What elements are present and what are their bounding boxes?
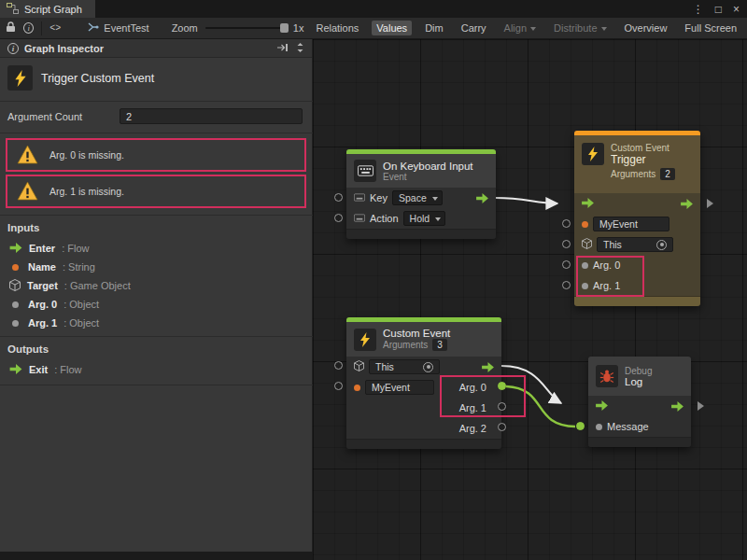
- full-screen-button[interactable]: Full Screen: [680, 21, 741, 35]
- tab-script-graph[interactable]: Script Graph: [0, 0, 95, 18]
- flow-in-arrow[interactable]: [596, 400, 608, 413]
- port-row-event-name: MyEvent: [574, 214, 700, 234]
- output-port-arg1[interactable]: [498, 402, 506, 411]
- node-title: Trigger: [611, 153, 675, 166]
- graph-asset-chip[interactable]: EventTest: [87, 21, 148, 35]
- port-label-key: Key: [370, 192, 388, 203]
- code-view-icon[interactable]: <>: [49, 23, 61, 34]
- lock-icon[interactable]: [6, 21, 16, 35]
- script-graph-icon: [7, 3, 19, 16]
- port-row-message: Message: [588, 416, 691, 437]
- warning-arg1-missing: Arg. 1 is missing.: [6, 175, 306, 208]
- divider: [0, 385, 313, 385]
- port-row-arg1: Arg. 1: [574, 275, 700, 296]
- argument-count-value: 2: [126, 111, 132, 122]
- flow-in-arrow[interactable]: [582, 198, 594, 210]
- divider: [0, 215, 313, 216]
- flow-out-arrow[interactable]: [482, 362, 494, 372]
- port-row-target: This: [574, 234, 700, 255]
- node-custom-event[interactable]: Custom Event Arguments3 This MyEvent Arg…: [346, 317, 501, 449]
- output-port-arg0[interactable]: [498, 382, 506, 390]
- port-label-arg2: Arg. 2: [459, 423, 486, 434]
- port-label-arg1: Arg. 1: [593, 280, 620, 291]
- input-row-arg0: Arg. 0 : Object: [9, 295, 303, 314]
- panel-scroll-arrows-icon[interactable]: [296, 42, 304, 55]
- object-port-icon: [12, 320, 19, 327]
- divider: [0, 133, 313, 133]
- node-header: Custom Event Trigger Arguments2: [574, 135, 700, 193]
- node-trigger-custom-event[interactable]: Custom Event Trigger Arguments2 MyEvent …: [574, 131, 700, 306]
- arguments-count-badge: 2: [660, 168, 675, 180]
- carry-button[interactable]: Carry: [457, 21, 491, 35]
- zoom-slider-knob[interactable]: [280, 23, 289, 33]
- node-header: Custom Event Arguments3: [346, 322, 501, 357]
- target-selector[interactable]: This: [597, 237, 673, 252]
- event-name-field[interactable]: MyEvent: [593, 217, 669, 231]
- target-picker-icon[interactable]: [656, 240, 667, 250]
- input-port[interactable]: [334, 382, 343, 390]
- node-title: Custom Event: [383, 328, 450, 339]
- graph-inspector-panel: i Graph Inspector Trigger Custom Event A…: [0, 39, 313, 552]
- input-port[interactable]: [334, 361, 343, 370]
- key-dropdown[interactable]: Space: [392, 190, 443, 205]
- node-debug-log[interactable]: Debug Log Message: [588, 357, 691, 447]
- graph-asset-name: EventTest: [104, 22, 148, 34]
- object-port-icon: [582, 262, 588, 269]
- input-port[interactable]: [562, 260, 571, 269]
- wire-customevent-to-debuglog: [501, 366, 561, 403]
- port-row-arg2: Arg. 2: [346, 418, 501, 439]
- zoom-slider[interactable]: [205, 27, 286, 29]
- align-dropdown[interactable]: Align: [500, 21, 541, 35]
- flow-out-arrow[interactable]: [681, 199, 693, 209]
- node-category: Custom Event: [611, 143, 675, 153]
- input-row-name: Name : String: [9, 258, 303, 276]
- flow-out-arrow[interactable]: [476, 193, 488, 203]
- distribute-dropdown[interactable]: Distribute: [549, 21, 611, 35]
- target-selector[interactable]: This: [369, 359, 440, 374]
- maximize-icon[interactable]: □: [715, 3, 722, 16]
- event-name-field[interactable]: MyEvent: [365, 380, 434, 395]
- tab-label: Script Graph: [24, 4, 82, 15]
- output-port-arg2[interactable]: [498, 423, 506, 431]
- argument-count-field[interactable]: 2: [120, 108, 303, 124]
- relations-button[interactable]: Relations: [311, 21, 363, 35]
- values-button[interactable]: Values: [372, 21, 412, 35]
- port-row-key: Key Space: [346, 188, 496, 208]
- input-port[interactable]: [562, 219, 571, 228]
- input-port[interactable]: [334, 193, 343, 202]
- action-dropdown[interactable]: Hold: [403, 211, 446, 226]
- divider: [0, 336, 313, 337]
- input-port[interactable]: [562, 281, 571, 289]
- flow-out-arrow[interactable]: [671, 401, 684, 412]
- caret-down-icon: [601, 27, 607, 31]
- graph-toolbar: i <> EventTest Zoom 1x Relations Values …: [0, 18, 747, 39]
- kebab-menu-icon[interactable]: ⋮: [693, 3, 704, 16]
- argument-count-label: Argument Count: [7, 111, 82, 122]
- input-port[interactable]: [334, 214, 343, 222]
- window-controls: ⋮ □ ×: [693, 0, 747, 18]
- dim-button[interactable]: Dim: [420, 21, 448, 35]
- node-footer: [574, 296, 700, 306]
- graph-asset-icon: [87, 21, 99, 35]
- close-icon[interactable]: ×: [733, 3, 740, 16]
- input-port[interactable]: [562, 240, 571, 248]
- node-subtitle: Event: [383, 172, 473, 182]
- flow-row: [574, 193, 700, 214]
- overview-button[interactable]: Overview: [620, 21, 672, 35]
- info-icon: i: [7, 43, 19, 54]
- graph-canvas[interactable]: On Keyboard Input Event Key Space Action…: [313, 39, 747, 560]
- input-port-message[interactable]: [576, 422, 585, 430]
- unit-title: Trigger Custom Event: [41, 72, 154, 85]
- warning-text: Arg. 1 is missing.: [49, 186, 124, 197]
- dock-panel-icon[interactable]: [276, 43, 289, 54]
- target-picker-icon[interactable]: [423, 362, 433, 372]
- string-port-icon: [354, 385, 360, 391]
- info-icon[interactable]: i: [23, 22, 34, 34]
- inputs-section-title: Inputs: [7, 222, 40, 233]
- gameobject-cube-icon: [9, 279, 21, 293]
- node-on-keyboard-input[interactable]: On Keyboard Input Event Key Space Action…: [346, 149, 496, 239]
- unity-visual-scripting-window: Script Graph ⋮ □ × i <> EventTest Zoom 1…: [0, 0, 747, 560]
- node-header: On Keyboard Input Event: [346, 154, 496, 188]
- keyboard-icon: [354, 160, 376, 182]
- gameobject-cube-icon: [354, 360, 364, 373]
